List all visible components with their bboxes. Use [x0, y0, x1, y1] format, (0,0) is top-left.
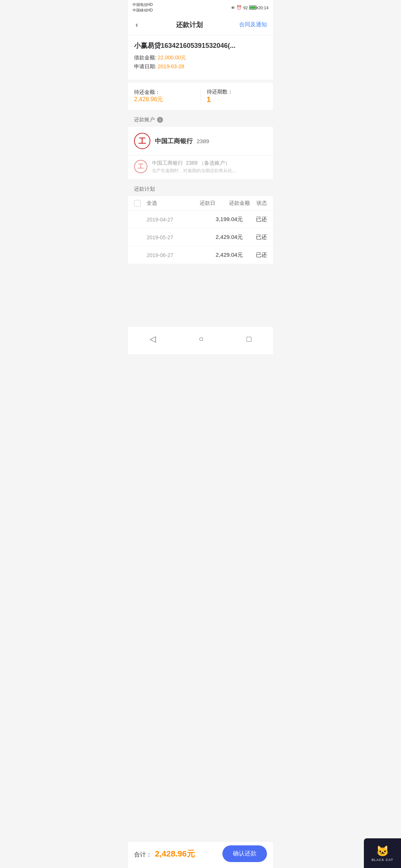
plan-row: 2019-05-27 2,429.04元 已还 — [128, 228, 273, 246]
plan-header-label: 还款计划 — [134, 186, 155, 193]
secondary-account-note: 当产生逾期时，对逾期的当期还款将从此... — [152, 168, 267, 174]
nav-bar: ◁ ○ □ — [128, 326, 273, 354]
loan-date-label: 申请日期: — [134, 63, 156, 69]
pending-amount-label: 待还金额： — [134, 89, 195, 96]
plan-row: 2019-06-27 2,429.04元 已还 — [128, 246, 273, 264]
plan-table-header: 全选 还款日 还款金额 状态 — [128, 196, 273, 211]
account-header-label: 还款账户 — [134, 116, 155, 123]
primary-bank-icon: 工 — [134, 133, 150, 149]
nav-back-button[interactable]: ◁ — [142, 331, 163, 347]
pending-periods-value: 1 — [207, 95, 267, 104]
secondary-bank-name: 中国工商银行 2389 （备选账户） — [152, 160, 267, 167]
row-status-1: 已还 — [243, 216, 267, 223]
row-checkbox-1 — [134, 216, 141, 223]
icbc-logo: 工 — [138, 136, 146, 146]
carrier1-label: 中国电信HD — [133, 2, 153, 7]
row-checkbox-3 — [134, 252, 141, 259]
alarm-icon: ⏰ — [237, 5, 242, 10]
summary-section: 待还金额： 2,428.96元 待还期数： 1 — [128, 83, 273, 110]
pending-periods-item: 待还期数： 1 — [207, 89, 267, 104]
primary-bank-name: 中国工商银行 2389 — [155, 137, 209, 145]
date-col-header: 还款日 — [181, 200, 216, 207]
primary-account[interactable]: 工 中国工商银行 2389 — [128, 127, 273, 155]
loan-date-row: 申请日期: 2019-03-28 — [134, 63, 267, 70]
row-date-1: 2019-04-27 — [147, 217, 195, 223]
select-all-label[interactable]: 全选 — [147, 200, 181, 207]
account-section: 工 中国工商银行 2389 工 中国工商银行 2389 （备选账户） 当产生逾期… — [128, 127, 273, 179]
plan-section: 全选 还款日 还款金额 状态 2019-04-27 3,199.04元 已还 2… — [128, 196, 273, 264]
row-amount-1: 3,199.04元 — [195, 216, 243, 223]
loan-amount-label: 借款金额: — [134, 55, 156, 60]
time-display: 20:14 — [258, 6, 268, 10]
secondary-account: 工 中国工商银行 2389 （备选账户） 当产生逾期时，对逾期的当期还款将从此.… — [128, 155, 273, 179]
battery-icon — [249, 6, 257, 10]
pending-amount-item: 待还金额： 2,428.96元 — [134, 89, 195, 103]
amount-col-header: 还款金额 — [215, 200, 250, 207]
row-amount-3: 2,429.04元 — [195, 251, 243, 259]
row-amount-2: 2,429.04元 — [195, 234, 243, 241]
plan-section-header: 还款计划 — [128, 182, 273, 196]
back-button[interactable]: ‹ — [134, 19, 140, 30]
status-col-header: 状态 — [250, 200, 267, 207]
contract-action[interactable]: 合同及通知 — [239, 21, 267, 28]
loan-title: 小赢易贷163421605391532046(... — [134, 41, 267, 50]
nav-home-button[interactable]: ○ — [191, 331, 211, 347]
plan-row: 2019-04-27 3,199.04元 已还 — [128, 211, 273, 228]
loan-amount-row: 借款金额: 22,000.00元 — [134, 55, 267, 61]
secondary-bank-icon: 工 — [134, 160, 147, 173]
pending-amount-value: 2,428.96元 — [134, 96, 195, 103]
carrier-info: 中国电信HD 中国移动HD — [133, 2, 153, 13]
loan-amount-value: 22,000.00元 — [158, 55, 186, 60]
row-checkbox-2 — [134, 234, 141, 241]
status-bar: 中国电信HD 中国移动HD 👁 ⏰ 92 20:14 — [128, 0, 273, 14]
loan-date-value: 2019-03-28 — [158, 63, 185, 69]
row-status-2: 已还 — [243, 234, 267, 241]
select-all-checkbox[interactable] — [134, 200, 141, 207]
loan-info-section: 小赢易贷163421605391532046(... 借款金额: 22,000.… — [128, 35, 273, 80]
nav-recent-button[interactable]: □ — [239, 331, 259, 347]
account-section-header: 还款账户 i — [128, 113, 273, 127]
eye-icon: 👁 — [231, 6, 235, 10]
page-title: 还款计划 — [176, 20, 203, 29]
nav-header: ‹ 还款计划 合同及通知 — [128, 14, 273, 35]
row-date-3: 2019-06-27 — [147, 252, 195, 258]
battery-value: 92 — [243, 6, 248, 10]
carrier2-label: 中国移动HD — [133, 8, 153, 13]
status-right: 👁 ⏰ 92 20:14 — [231, 5, 268, 10]
pending-periods-label: 待还期数： — [207, 89, 267, 95]
summary-divider — [200, 89, 201, 104]
info-icon[interactable]: i — [157, 117, 163, 123]
row-date-2: 2019-05-27 — [147, 234, 195, 240]
row-status-3: 已还 — [243, 251, 267, 259]
icbc-logo-sm: 工 — [138, 163, 144, 171]
